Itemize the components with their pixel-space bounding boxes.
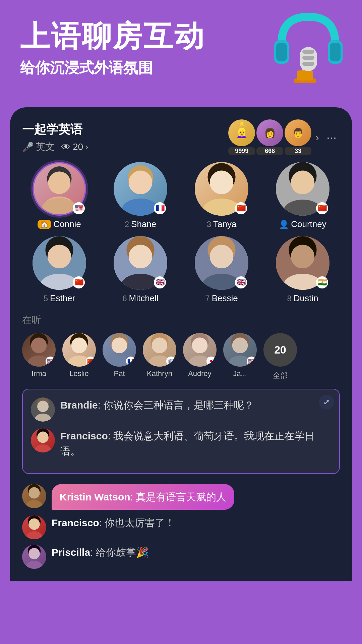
svg-point-71 <box>232 337 248 353</box>
pat-flag: 🇫🇷 <box>126 357 135 366</box>
top-user-3[interactable]: 👨 33 <box>285 119 311 155</box>
svg-point-63 <box>152 337 168 353</box>
listener-leslie[interactable]: 🇨🇳 Leslie <box>62 333 96 378</box>
bottom-chat: Kristin Watson: 真是有语言天赋的人 Francisco: 你也太… <box>10 477 352 581</box>
svg-point-91 <box>28 548 40 559</box>
top-user-1[interactable]: ⭐ 👱‍♀️ 9999 <box>228 119 255 155</box>
expand-button[interactable]: ⤢ <box>319 395 334 410</box>
svg-point-92 <box>26 561 42 569</box>
chat-message-brandie: Brandie: 你说你会三种语言，是哪三种呢？ <box>31 397 331 422</box>
bottom-msg-kristin: Kristin Watson: 真是有语言天赋的人 <box>22 484 340 510</box>
speakers-grid: 🇺🇸 🏠 Connie 🇫🇷 <box>22 162 340 304</box>
svg-point-59 <box>112 337 127 353</box>
listeners-section: 在听 🇺🇸 Irma <box>22 314 340 381</box>
room-info: 一起学英语 🎤 英文 👁 20 › <box>22 121 88 153</box>
svg-point-14 <box>48 171 71 194</box>
svg-point-37 <box>129 245 152 268</box>
tanya-flag: 🇨🇳 <box>235 202 247 214</box>
mitchell-name: 6 Mitchell <box>122 293 159 304</box>
svg-point-27 <box>291 171 314 194</box>
svg-rect-10 <box>302 62 314 66</box>
svg-point-18 <box>129 171 152 194</box>
listener-ja[interactable]: 🇺🇸 Ja... <box>223 333 257 378</box>
svg-rect-9 <box>302 56 314 60</box>
speaker-connie[interactable]: 🇺🇸 🏠 Connie <box>22 162 97 229</box>
room-lang: 🎤 英文 <box>22 141 55 153</box>
svg-point-23 <box>203 199 240 216</box>
room-options-button[interactable]: ··· <box>323 130 340 145</box>
courtney-name: 👤 Courtney <box>279 219 326 229</box>
msg-francisco2: Francisco: 你也太厉害了！ <box>52 515 175 530</box>
audrey-flag: 🇯🇵 <box>206 357 216 366</box>
svg-rect-8 <box>302 50 314 54</box>
bessie-name: 7 Bessie <box>205 293 238 304</box>
speaker-courtney[interactable]: 🇨🇳 👤 Courtney <box>265 162 340 229</box>
tanya-name: 3 Tanya <box>207 219 237 229</box>
viewers-chevron: › <box>85 142 88 152</box>
speaker-bessie[interactable]: 🇬🇧 7 Bessie <box>184 236 259 304</box>
ja-flag: 🇺🇸 <box>247 357 256 366</box>
listeners-row: 🇺🇸 Irma 🇨🇳 Leslie <box>22 333 340 381</box>
hero-section: 上语聊房互动 给你沉浸式外语氛围 <box>0 0 362 107</box>
room-header: 一起学英语 🎤 英文 👁 20 › ⭐ 👱‍♀️ 9999 <box>22 119 340 155</box>
main-card: 一起学英语 🎤 英文 👁 20 › ⭐ 👱‍♀️ 9999 <box>10 107 352 381</box>
bottom-msg-francisco2: Francisco: 你也太厉害了！ <box>22 515 340 539</box>
chat-message-francisco: Francisco: 我会说意大利语、葡萄牙语。我现在正在学日语。 <box>31 428 331 459</box>
speaker-tanya[interactable]: 🇨🇳 3 Tanya <box>184 162 259 229</box>
svg-rect-1 <box>276 43 287 61</box>
msg-priscilla: Priscilla: 给你鼓掌🎉 <box>52 545 148 560</box>
header-avatars: ⭐ 👱‍♀️ 9999 👩 666 👨 33 › ··· <box>228 119 340 155</box>
connie-flag: 🇺🇸 <box>73 202 85 214</box>
svg-point-15 <box>42 198 77 214</box>
speaker-shane[interactable]: 🇫🇷 2 Shane <box>103 162 178 229</box>
svg-rect-3 <box>330 43 341 61</box>
esther-flag: 🇨🇳 <box>73 276 85 288</box>
speaker-dustin[interactable]: 🇮🇳 8 Dustin <box>265 236 340 304</box>
listener-kathryn[interactable]: 🇺🇾 Kathryn <box>143 333 176 378</box>
svg-point-75 <box>37 401 49 412</box>
bessie-flag: 🇬🇧 <box>235 276 247 288</box>
listener-pat[interactable]: 🇫🇷 Pat <box>103 333 136 378</box>
svg-point-88 <box>26 531 42 539</box>
svg-point-80 <box>35 444 51 452</box>
listener-audrey[interactable]: 🇯🇵 Audrey <box>183 333 217 378</box>
decoration-graphic <box>265 3 352 97</box>
more-users-chevron[interactable]: › <box>315 131 319 144</box>
mitchell-flag: 🇬🇧 <box>154 276 166 288</box>
mic-icon: 🎤 <box>22 142 34 153</box>
courtney-flag: 🇨🇳 <box>316 202 328 214</box>
svg-point-51 <box>31 337 47 353</box>
svg-point-55 <box>71 337 87 353</box>
leslie-flag: 🇨🇳 <box>86 357 95 366</box>
speaker-mitchell[interactable]: 🇬🇧 6 Mitchell <box>103 236 178 304</box>
chat-text-francisco: Francisco: 我会说意大利语、葡萄牙语。我现在正在学日语。 <box>60 428 331 459</box>
kathryn-flag: 🇺🇾 <box>166 357 176 366</box>
svg-point-76 <box>35 414 51 422</box>
dustin-name: 8 Dustin <box>287 293 318 304</box>
shane-flag: 🇫🇷 <box>154 202 166 214</box>
chat-text-brandie: Brandie: 你说你会三种语言，是哪三种呢？ <box>60 397 331 413</box>
listener-irma[interactable]: 🇺🇸 Irma <box>22 333 56 378</box>
profile-icon: 👤 <box>279 220 289 229</box>
eye-icon: 👁 <box>61 142 71 153</box>
speaker-esther[interactable]: 🇨🇳 5 Esther <box>22 236 97 304</box>
svg-point-32 <box>48 245 71 268</box>
svg-point-42 <box>210 245 233 268</box>
more-listeners-button[interactable]: 20 全部 <box>263 333 297 381</box>
svg-point-87 <box>28 519 40 530</box>
esther-name: 5 Esther <box>44 293 75 304</box>
room-title: 一起学英语 <box>22 121 88 138</box>
viewer-count[interactable]: 👁 20 › <box>61 142 88 153</box>
svg-point-84 <box>26 500 42 508</box>
room-meta: 🎤 英文 👁 20 › <box>22 141 88 153</box>
chat-box-container: ⤢ Brandie: 你说你会三种语言，是哪三种呢？ <box>10 381 352 477</box>
dustin-flag: 🇮🇳 <box>316 276 328 288</box>
chat-box: ⤢ Brandie: 你说你会三种语言，是哪三种呢？ <box>22 389 340 474</box>
connie-name: 🏠 Connie <box>38 219 81 229</box>
svg-point-79 <box>37 432 49 443</box>
svg-rect-6 <box>297 70 313 80</box>
top-user-2[interactable]: 👩 666 <box>256 119 283 155</box>
bottom-msg-priscilla: Priscilla: 给你鼓掌🎉 <box>22 545 340 569</box>
svg-point-83 <box>28 487 40 499</box>
svg-point-47 <box>291 245 314 268</box>
